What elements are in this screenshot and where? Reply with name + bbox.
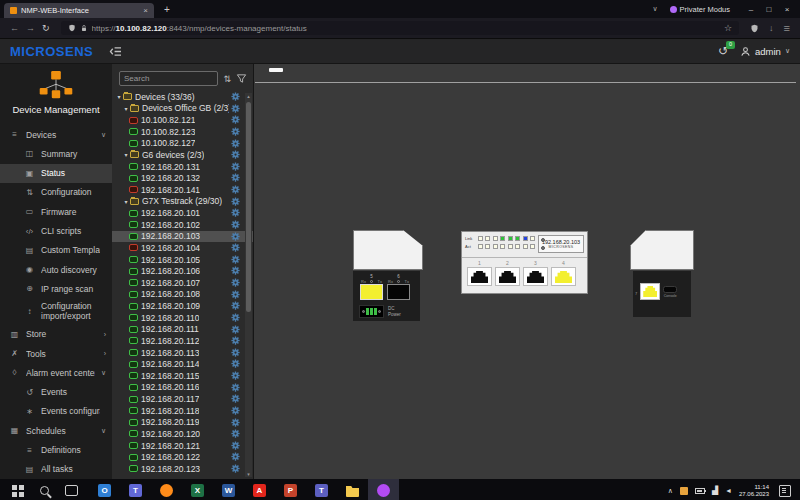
tree-row[interactable]: ▾ 10.100.82.121 [112,114,253,126]
gear-icon[interactable] [231,232,240,241]
tree-row[interactable]: ▾ 192.168.20.131 [112,161,253,173]
gear-icon[interactable] [231,464,240,473]
rj45-port[interactable]: 3 [523,260,548,286]
rj45-port[interactable]: 1 [467,260,492,286]
word-icon[interactable]: W [213,479,244,500]
gear-icon[interactable] [231,371,240,380]
gear-icon[interactable] [231,429,240,438]
tree-row[interactable]: ▾ 192.168.20.111 [112,324,253,336]
taskbar-clock[interactable]: 11:14 27.06.2023 [739,484,769,498]
gear-icon[interactable] [231,266,240,275]
sidebar-item[interactable]: ▭ Firmware [0,202,112,221]
sidebar-item[interactable]: ◉ Auto discovery [0,260,112,279]
tree-row[interactable]: ▾ 192.168.20.109 [112,300,253,312]
search-input[interactable] [119,71,218,86]
sidebar-item[interactable]: ↕ Configuration import/export [0,299,112,325]
tree-row[interactable]: ▾ 10.100.82.123 [112,126,253,138]
tree-row[interactable]: ▾ 10.100.82.127 [112,138,253,150]
tree-row[interactable]: ▾ 192.168.20.122 [112,451,253,463]
scrollbar-thumb[interactable] [246,102,251,312]
tracking-shield-icon[interactable] [750,24,759,33]
gear-icon[interactable] [231,243,240,252]
gear-icon[interactable] [231,313,240,322]
tree-row[interactable]: ▾ 192.168.20.123 [112,463,253,475]
gear-icon[interactable] [231,406,240,415]
expander-icon[interactable]: ▾ [122,151,130,158]
downloads-icon[interactable]: ↓ [769,23,774,33]
sidebar-item[interactable]: ▤ Custom Templates [0,241,112,260]
sidebar-toggle-icon[interactable] [109,46,122,57]
teams-icon[interactable]: T [120,479,151,500]
expander-icon[interactable]: ▾ [122,198,130,205]
sidebar-item[interactable]: ‹/› CLI scripts [0,221,112,240]
history-button[interactable]: ↺ 0 [718,45,728,57]
gear-icon[interactable] [231,104,240,113]
gear-icon[interactable] [231,92,240,101]
fiber-port[interactable]: 5 Rx Tx [359,274,384,300]
gear-icon[interactable] [231,452,240,461]
gear-icon[interactable] [231,220,240,229]
tree-row[interactable]: ▾ 192.168.20.121 [112,440,253,452]
url-bar[interactable]: https://10.100.82.120:8443/nmp/devices-m… [61,21,740,35]
console-port[interactable] [663,286,677,293]
shield-icon[interactable] [68,24,76,32]
tree-row[interactable]: ▾ 192.168.20.132 [112,172,253,184]
powerpoint-icon[interactable]: P [275,479,306,500]
tree-row[interactable]: ▾ 192.168.20.113 [112,347,253,359]
gear-icon[interactable] [231,255,240,264]
tree-row[interactable]: ▾ 192.168.20.114 [112,358,253,370]
gear-icon[interactable] [231,325,240,334]
tree-row[interactable]: ▾ 192.168.20.112 [112,335,253,347]
tree-row[interactable]: ▾ Devices Office GB (2/3) [112,103,253,115]
scroll-up-icon[interactable]: ▴ [245,93,252,99]
gear-icon[interactable] [231,197,240,206]
forward-button[interactable]: → [26,23,35,33]
acrobat-icon[interactable]: A [244,479,275,500]
tree-row[interactable]: ▾ 192.168.20.102 [112,219,253,231]
rj45-port[interactable] [640,283,660,300]
start-icon[interactable] [4,479,31,500]
tree-row[interactable]: ▾ 192.168.20.119 [112,417,253,429]
tab-close-icon[interactable]: × [143,6,148,15]
maximize-button[interactable]: □ [760,5,778,14]
tree-row[interactable]: ▾ 192.168.20.105 [112,254,253,266]
tab-list-arrow-icon[interactable]: ∨ [652,5,657,13]
gear-icon[interactable] [231,208,240,217]
explorer-icon[interactable] [337,479,368,500]
browser-tab[interactable]: NMP-WEB-Interface × [4,3,154,18]
tree-row[interactable]: ▾ 192.168.20.141 [112,184,253,196]
tree-row[interactable]: ▾ 192.168.20.118 [112,405,253,417]
battery-icon[interactable] [695,488,705,494]
tree-row[interactable]: ▾ 192.168.20.116 [112,382,253,394]
expander-icon[interactable]: ▾ [122,105,130,112]
gear-icon[interactable] [231,278,240,287]
tree-scrollbar[interactable]: ▴ ▾ [245,93,252,477]
gear-icon[interactable] [231,185,240,194]
tree-row[interactable]: ▾ 192.168.20.110 [112,312,253,324]
firefox-private-icon[interactable] [368,479,399,500]
gear-icon[interactable] [231,127,240,136]
gear-icon[interactable] [231,418,240,427]
gear-icon[interactable] [231,441,240,450]
tree-row[interactable]: ▾ 192.168.20.106 [112,265,253,277]
new-tab-button[interactable]: + [164,4,170,15]
sidebar-item[interactable]: ≡ Devices ∨ [0,125,112,144]
gear-icon[interactable] [231,348,240,357]
fiber-port[interactable]: 6 Rx Tx [386,274,411,300]
sidebar-item[interactable]: ◫ Summary [0,144,112,163]
excel-icon[interactable]: X [182,479,213,500]
task-view-icon[interactable] [58,479,85,500]
close-button[interactable]: × [778,5,796,14]
sidebar-item[interactable]: ✗ Tools › [0,344,112,363]
gear-icon[interactable] [231,162,240,171]
sidebar-item[interactable]: ∗ Events configuration [0,402,112,421]
sort-icon[interactable]: ⇅ [223,74,231,84]
tree-row[interactable]: ▾ G6 devices (2/3) [112,149,253,161]
sidebar-item[interactable]: ⇅ Configuration [0,183,112,202]
planner-icon[interactable]: T [306,479,337,500]
tree-row[interactable]: ▾ 192.168.20.103 [112,231,253,243]
tree-row[interactable]: ▾ 192.168.20.107 [112,277,253,289]
minimize-button[interactable]: – [742,5,760,14]
gear-icon[interactable] [231,394,240,403]
gear-icon[interactable] [231,336,240,345]
